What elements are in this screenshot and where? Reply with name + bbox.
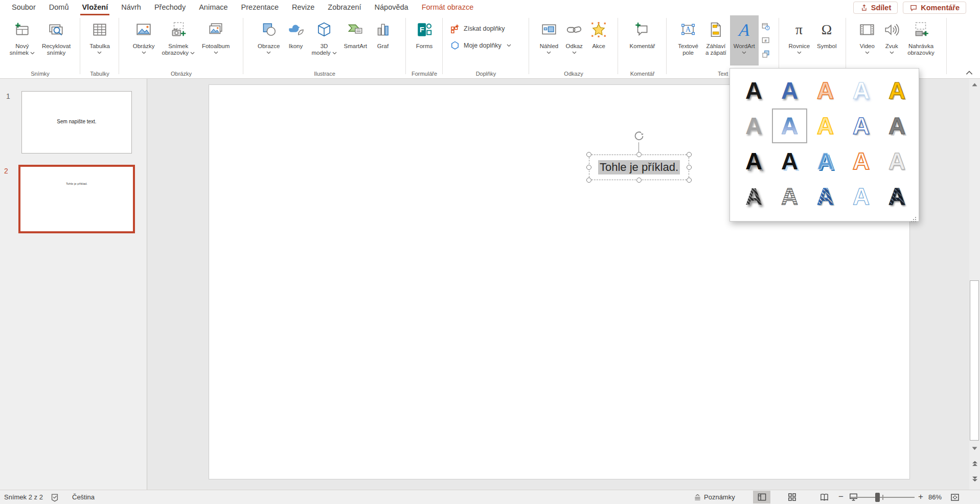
- rotate-handle[interactable]: [633, 130, 645, 142]
- menu-tab-prezentace[interactable]: Prezentace: [235, 0, 285, 15]
- menu-tab-animace[interactable]: Animace: [192, 0, 234, 15]
- wordart-style-gray[interactable]: A: [736, 108, 771, 143]
- menu-tab-domů[interactable]: Domů: [42, 0, 76, 15]
- wordart-style-gray-bevel[interactable]: A: [879, 108, 915, 143]
- 3d-model-button[interactable]: 3Dmodely: [308, 15, 340, 65]
- link-button[interactable]: Odkaz: [562, 15, 586, 65]
- zoom-preview-button[interactable]: Náhled: [536, 15, 562, 65]
- zoom-level[interactable]: 86%: [928, 490, 942, 504]
- notes-toggle-button[interactable]: Poznámky: [693, 490, 735, 504]
- wordart-style-orange-outline-soft[interactable]: A: [808, 73, 843, 108]
- resize-grip[interactable]: [911, 215, 917, 220]
- selected-text-box[interactable]: Tohle je příklad.: [589, 155, 689, 180]
- audio-button[interactable]: Zvuk: [879, 15, 904, 65]
- menu-tab-soubor[interactable]: Soubor: [5, 0, 42, 15]
- previous-slide-button[interactable]: [969, 458, 980, 469]
- my-addins-button[interactable]: Moje doplňky: [450, 40, 511, 51]
- wordart-style-black-blue-offset[interactable]: A: [772, 144, 807, 179]
- wordart-style-blue-gradient-reflection[interactable]: A: [772, 108, 807, 143]
- action-star-button[interactable]: Akce: [586, 15, 611, 65]
- comments-button[interactable]: Komentáře: [903, 2, 966, 14]
- menu-tab-nápověda[interactable]: Nápověda: [368, 0, 415, 15]
- wordart-style-gold[interactable]: A: [879, 73, 915, 108]
- scroll-up-button[interactable]: [969, 79, 980, 90]
- new-comment-button[interactable]: Komentář: [626, 15, 659, 65]
- photo-album-button[interactable]: Fotoalbum: [198, 15, 233, 65]
- collapse-ribbon-button[interactable]: [965, 69, 974, 76]
- resize-handle[interactable]: [586, 165, 591, 170]
- wordart-style-light-gold-outline[interactable]: A: [808, 108, 843, 143]
- wordart-button[interactable]: AWordArt: [730, 15, 759, 65]
- wordart-style-navy-diagonal-pattern[interactable]: A: [879, 179, 915, 214]
- header-footer-button[interactable]: Záhlavía zápatí: [702, 15, 730, 65]
- wordart-style-blue-diagonal-pattern[interactable]: A: [808, 179, 843, 214]
- wordart-style-blue[interactable]: A: [772, 73, 807, 108]
- insert-object-button[interactable]: [760, 49, 771, 60]
- slide-sorter-view-button[interactable]: [783, 491, 801, 503]
- table-button[interactable]: Tabulka: [86, 15, 113, 65]
- menu-tab-zobrazení[interactable]: Zobrazení: [321, 0, 368, 15]
- slide-sorter-icon: [787, 492, 797, 502]
- normal-view-button[interactable]: [753, 491, 770, 503]
- zoom-in-button[interactable]: +: [917, 490, 925, 503]
- vertical-scrollbar[interactable]: [969, 79, 980, 490]
- screenshot-button[interactable]: Snímekobrazovky: [158, 15, 198, 65]
- button-label: Obrázky: [133, 43, 155, 50]
- text-box-text[interactable]: Tohle je příklad.: [598, 160, 680, 174]
- wordart-style-black-3d[interactable]: A: [736, 144, 771, 179]
- menu-tab-formát-obrazce[interactable]: Formát obrazce: [415, 0, 481, 15]
- spellcheck-icon[interactable]: [50, 493, 59, 502]
- equation-icon: π: [790, 21, 808, 38]
- scroll-down-button[interactable]: [969, 443, 980, 453]
- recycle-slides-button[interactable]: Recyklovatsnímky: [38, 15, 74, 65]
- resize-handle[interactable]: [636, 152, 642, 157]
- wordart-style-dark-diagonal-pattern[interactable]: A: [736, 179, 771, 214]
- menu-tab-vložení[interactable]: Vložení: [75, 0, 115, 15]
- language-indicator[interactable]: Čeština: [72, 490, 95, 504]
- pictures-button[interactable]: Obrázky: [129, 15, 158, 65]
- slide-1-thumbnail[interactable]: Sem napište text.: [21, 91, 132, 154]
- shapes-button[interactable]: Obrazce: [254, 15, 283, 65]
- wordart-style-white-blue-outline-soft[interactable]: A: [844, 73, 879, 108]
- wordart-style-silver[interactable]: A: [879, 144, 915, 179]
- resize-handle[interactable]: [687, 152, 692, 157]
- menu-tab-přechody[interactable]: Přechody: [148, 0, 192, 15]
- wordart-style-white-blue-outline-shadow[interactable]: A: [844, 108, 879, 143]
- wordart-style-gray-horizontal-pattern[interactable]: A: [772, 179, 807, 214]
- resize-handle[interactable]: [687, 178, 692, 183]
- resize-handle[interactable]: [687, 165, 692, 170]
- new-slide-button[interactable]: Novýsnímek: [6, 15, 38, 65]
- menu-tab-návrh[interactable]: Návrh: [115, 0, 148, 15]
- screen-recording-button[interactable]: Nahrávkaobrazovky: [904, 15, 938, 65]
- fit-to-window-icon[interactable]: [950, 492, 960, 502]
- wordart-style-white-blue-hatch[interactable]: A: [844, 179, 879, 214]
- reading-view-button[interactable]: [815, 491, 833, 503]
- slide-2-thumbnail[interactable]: Tohle je příklad.: [18, 165, 135, 233]
- next-slide-button[interactable]: [969, 474, 980, 484]
- chevron-down-icon: [507, 44, 511, 47]
- wordart-style-blue-3d[interactable]: A: [808, 144, 843, 179]
- text-box-button[interactable]: ATextovépole: [674, 15, 702, 65]
- forms-button[interactable]: FForms: [412, 15, 437, 65]
- get-addins-button[interactable]: Získat doplňky: [450, 24, 505, 34]
- icons-duck-button[interactable]: Ikony: [284, 15, 308, 65]
- resize-handle[interactable]: [636, 178, 642, 183]
- menu-tab-revize[interactable]: Revize: [285, 0, 321, 15]
- resize-handle[interactable]: [586, 178, 591, 183]
- smartart-button[interactable]: SmartArt: [340, 15, 371, 65]
- equation-button[interactable]: πRovnice: [785, 15, 814, 65]
- date-and-time-button[interactable]: [760, 21, 771, 32]
- wordart-style-black[interactable]: A: [736, 73, 771, 108]
- zoom-out-button[interactable]: −: [837, 490, 845, 503]
- chart-button[interactable]: Graf: [371, 15, 395, 65]
- slide-indicator[interactable]: Snímek 2 z 2: [4, 490, 43, 504]
- wordart-style-white-orange-outline[interactable]: A: [844, 144, 879, 179]
- resize-handle[interactable]: [586, 152, 591, 157]
- scrollbar-thumb[interactable]: [970, 280, 979, 441]
- ribbon-group-formuláře: FFormsFormuláře: [406, 15, 443, 79]
- zoom-slider-thumb[interactable]: [875, 493, 880, 502]
- video-button[interactable]: Video: [855, 15, 879, 65]
- share-button[interactable]: Sdílet: [853, 2, 898, 14]
- slide-number-button[interactable]: #: [760, 35, 771, 46]
- symbol-button[interactable]: ΩSymbol: [813, 15, 840, 65]
